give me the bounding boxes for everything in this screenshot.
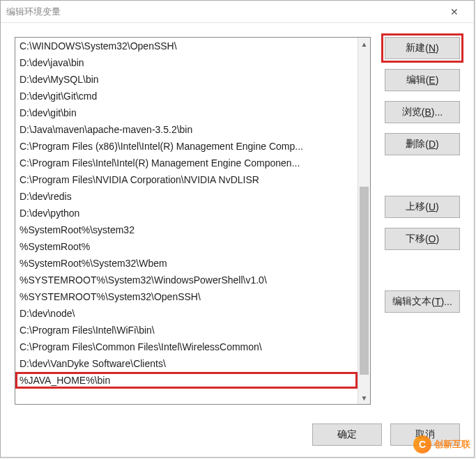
list-item[interactable]: D:\dev\git\bin [15, 104, 358, 121]
list-item[interactable]: D:\dev\redis [15, 188, 358, 205]
button-column: 新建(N) 编辑(E) 浏览(B)... 删除(D) 上移(U) 下移(O) [385, 37, 460, 418]
scrollbar[interactable]: ▲ ▼ [358, 38, 370, 404]
scroll-track[interactable] [358, 50, 370, 391]
dialog-window: 编辑环境变量 ✕ C:\WINDOWS\System32\OpenSSH\D:\… [0, 0, 475, 458]
content-area: C:\WINDOWS\System32\OpenSSH\D:\dev\java\… [1, 23, 474, 418]
list-item[interactable]: D:\dev\java\bin [15, 54, 358, 71]
list-item[interactable]: C:\Program Files\NVIDIA Corporation\NVID… [15, 171, 358, 188]
scroll-down-icon[interactable]: ▼ [358, 391, 370, 404]
scroll-thumb[interactable] [360, 187, 369, 375]
list-item[interactable]: %SYSTEMROOT%\System32\WindowsPowerShell\… [15, 272, 358, 288]
list-item[interactable]: C:\Program Files (x86)\Intel\Intel(R) Ma… [15, 138, 358, 155]
list-item[interactable]: C:\WINDOWS\System32\OpenSSH\ [15, 38, 358, 54]
edit-button[interactable]: 编辑(E) [385, 69, 460, 91]
list-item[interactable]: D:\dev\VanDyke Software\Clients\ [15, 355, 358, 372]
path-listbox[interactable]: C:\WINDOWS\System32\OpenSSH\D:\dev\java\… [15, 37, 371, 405]
list-item[interactable]: %JAVA_HOME%\bin [15, 372, 358, 389]
scroll-up-icon[interactable]: ▲ [358, 38, 370, 50]
list-item[interactable]: %SystemRoot% [15, 238, 358, 255]
move-up-button[interactable]: 上移(U) [385, 196, 460, 218]
close-icon: ✕ [450, 6, 459, 17]
list-item[interactable]: C:\Program Files\Intel\Intel(R) Manageme… [15, 155, 358, 171]
close-button[interactable]: ✕ [440, 2, 468, 22]
list-item[interactable]: %SystemRoot%\system32 [15, 221, 358, 238]
dialog-title: 编辑环境变量 [6, 6, 61, 18]
list-item[interactable]: C:\Program Files\Intel\WiFi\bin\ [15, 322, 358, 339]
list-item[interactable]: C:\Program Files\Common Files\Intel\Wire… [15, 339, 358, 355]
browse-button[interactable]: 浏览(B)... [385, 101, 460, 123]
edit-text-button[interactable]: 编辑文本(T)... [385, 290, 460, 313]
ok-button[interactable]: 确定 [312, 423, 382, 446]
footer: 确定 取消 [1, 418, 474, 457]
list-item[interactable]: D:\dev\MySQL\bin [15, 71, 358, 88]
cancel-button[interactable]: 取消 [390, 423, 460, 446]
list-item[interactable]: D:\dev\node\ [15, 305, 358, 322]
list-item[interactable]: D:\dev\python [15, 205, 358, 221]
new-button[interactable]: 新建(N) [385, 37, 460, 59]
list-item[interactable]: D:\dev\git\Git\cmd [15, 88, 358, 104]
titlebar: 编辑环境变量 ✕ [1, 1, 474, 23]
list-item[interactable]: D:\Java\maven\apache-maven-3.5.2\bin [15, 121, 358, 138]
list-item[interactable]: %SYSTEMROOT%\System32\OpenSSH\ [15, 288, 358, 305]
list-item[interactable]: %SystemRoot%\System32\Wbem [15, 255, 358, 272]
move-down-button[interactable]: 下移(O) [385, 228, 460, 250]
delete-button[interactable]: 删除(D) [385, 133, 460, 155]
